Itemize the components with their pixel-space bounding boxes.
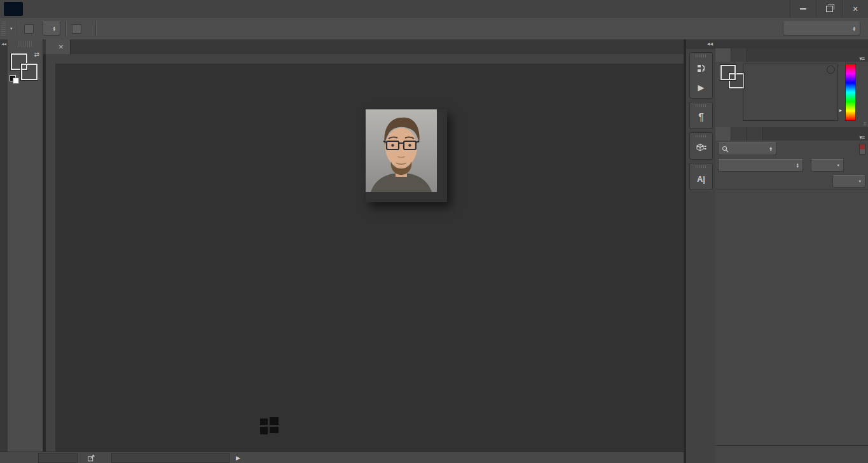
saturation-brightness-field[interactable] (743, 64, 838, 121)
portrait-illustration (366, 109, 437, 192)
canvas[interactable] (55, 64, 684, 452)
workspace-dropdown[interactable]: ▲▼ (783, 22, 860, 36)
window-controls (790, 0, 868, 18)
options-bar: ▼ ▲▼ ▲▼ (0, 18, 868, 40)
company-logo-icon (260, 417, 280, 435)
collapsed-panel-dock: ◀◀ ▶ ¶ A| (685, 39, 715, 463)
expand-dock-icon[interactable]: ◀◀ (707, 42, 713, 46)
tools-panel: ⇄ (8, 39, 43, 452)
export-icon[interactable] (86, 453, 96, 462)
separator (95, 21, 97, 36)
id-card-artwork (254, 73, 482, 443)
status-bar: ▶ (0, 452, 684, 463)
tab-channels[interactable] (731, 127, 747, 141)
panel-resize-grip[interactable]: ⠿ (863, 121, 867, 127)
color-picker-marker[interactable] (827, 66, 835, 74)
zoom-level-field[interactable] (38, 453, 78, 463)
status-options-arrow-icon[interactable]: ▶ (236, 455, 240, 461)
filtering-toggle[interactable] (859, 144, 865, 155)
blend-mode-dropdown[interactable]: ▲▼ (718, 159, 803, 172)
document-tab-bar (43, 39, 684, 55)
minimize-button[interactable] (790, 0, 816, 18)
layer-filter-row: ▲▼ (715, 141, 868, 157)
tab-close-icon[interactable] (59, 42, 64, 52)
tools-grip[interactable] (18, 41, 32, 47)
cardholder-name-block (349, 207, 464, 209)
fill-field[interactable]: ▼ (832, 175, 865, 188)
show-transform-checkbox[interactable] (72, 24, 81, 34)
photoshop-window: ▼ ▲▼ ▲▼ ◀◀ ⇄ (0, 0, 868, 463)
tab-layers[interactable] (715, 127, 731, 141)
barcode (413, 415, 474, 437)
character-icon: A| (697, 174, 705, 184)
history-icon (696, 62, 707, 74)
layers-panel-tabs: ▾≡ (715, 127, 868, 141)
play-icon: ▶ (698, 83, 705, 92)
right-panel-dock: ▾≡ ▸ ⠿ ▾≡ ▲▼ (715, 39, 868, 463)
filter-kind-dropdown[interactable]: ▲▼ (718, 142, 776, 155)
title-bar (0, 0, 868, 18)
blend-mode-row: ▲▼ ▼ (715, 157, 868, 173)
panel-menu-icon[interactable]: ▾≡ (859, 55, 864, 62)
hue-slider[interactable] (845, 64, 856, 121)
character-panel-group: A| (689, 163, 713, 190)
swap-colors-icon[interactable]: ⇄ (34, 51, 39, 58)
3d-cube-icon (696, 142, 707, 154)
separator (65, 21, 67, 36)
auto-select-checkbox[interactable] (24, 24, 34, 34)
vertical-ruler[interactable] (46, 64, 56, 452)
separator (18, 21, 19, 36)
hue-slider-marker[interactable]: ▸ (839, 107, 842, 113)
card-footer-bar (254, 410, 482, 442)
tab-paths[interactable] (747, 127, 763, 141)
minimize-icon (800, 8, 806, 10)
color-panel-foreground-swatch[interactable] (720, 65, 736, 80)
restore-icon (826, 6, 833, 12)
dropdown-spin-icon: ▲▼ (853, 26, 856, 31)
document-tab[interactable] (46, 39, 71, 54)
color-swatches: ⇄ (8, 51, 43, 84)
color-panel-tabs: ▾≡ (715, 48, 868, 62)
default-colors-icon[interactable] (10, 75, 18, 83)
3d-panel-button[interactable] (690, 139, 712, 158)
photoshop-logo (4, 2, 23, 16)
close-icon (852, 4, 858, 13)
tool-preset-caret-icon: ▼ (10, 27, 13, 30)
color-panel-body: ▸ ⠿ (715, 62, 868, 127)
dropdown-caret-icon: ▼ (837, 164, 840, 167)
horizontal-ruler[interactable] (55, 54, 684, 64)
dropdown-spin-icon: ▲▼ (796, 163, 799, 168)
ruler-corner[interactable] (46, 54, 56, 64)
history-panel-button[interactable] (690, 59, 712, 78)
restore-button[interactable] (816, 0, 842, 18)
dropdown-caret-icon: ▼ (858, 180, 862, 183)
character-panel-button[interactable]: A| (690, 169, 712, 188)
history-actions-panel-group: ▶ (689, 52, 713, 99)
3d-panel-group (689, 132, 713, 160)
document-info-field[interactable] (111, 453, 230, 463)
tab-swatches[interactable] (731, 48, 747, 62)
dropdown-spin-icon: ▲▼ (52, 26, 55, 31)
dock-header (715, 39, 868, 48)
paragraph-panel-button[interactable]: ¶ (690, 108, 712, 127)
options-grip (1, 22, 6, 36)
lock-row: ▼ (715, 173, 868, 190)
opacity-field[interactable]: ▼ (811, 159, 844, 172)
close-button[interactable] (842, 0, 868, 18)
panel-menu-icon[interactable]: ▾≡ (859, 134, 864, 141)
layers-panel-footer (715, 445, 868, 463)
paragraph-icon: ¶ (698, 112, 704, 123)
auto-select-target-dropdown[interactable]: ▲▼ (43, 22, 60, 36)
tools-dock-edge: ◀◀ (0, 39, 8, 452)
background-color-swatch[interactable] (21, 64, 38, 80)
tab-color[interactable] (715, 48, 731, 62)
collapse-tools-icon[interactable]: ◀◀ (1, 42, 6, 46)
portrait-photo (366, 109, 447, 202)
actions-panel-button[interactable]: ▶ (690, 78, 712, 97)
paragraph-panel-group: ¶ (689, 102, 713, 129)
dropdown-spin-icon: ▲▼ (769, 146, 773, 151)
search-icon (722, 146, 729, 153)
